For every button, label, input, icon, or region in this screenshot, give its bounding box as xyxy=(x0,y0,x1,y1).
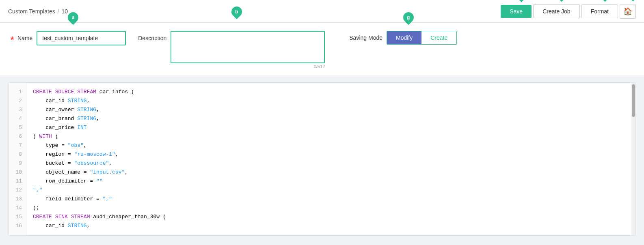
pin-c: c xyxy=(514,0,529,2)
description-wrapper: 0/512 xyxy=(171,31,325,69)
required-indicator: ★ xyxy=(10,35,15,41)
name-field-group: a ★ Name xyxy=(10,31,126,45)
code-line: car_price INT xyxy=(33,123,625,132)
code-line: ); xyxy=(33,204,625,213)
pin-d: d xyxy=(554,0,569,2)
name-input[interactable] xyxy=(37,31,126,45)
code-line: bucket = "obssource", xyxy=(33,159,625,168)
code-line: type = "obs", xyxy=(33,141,625,150)
code-line: "," xyxy=(33,186,625,195)
code-line: CREATE SINK STREAM audi_cheaper_than_30w… xyxy=(33,213,625,221)
description-field-group: b Description 0/512 xyxy=(138,31,325,69)
header: Custom Templates / 10 c Save d Create Jo… xyxy=(0,0,644,23)
header-actions: c Save d Create Job e Format f 🏠 xyxy=(501,4,636,19)
scrollbar[interactable] xyxy=(631,83,635,235)
code-content[interactable]: CREATE SOURCE STREAM car_infos ( car_id … xyxy=(26,83,631,235)
code-line: region = "ru-moscow-1", xyxy=(33,150,625,159)
line-number: 2 xyxy=(9,97,26,105)
line-number: 6 xyxy=(9,132,26,141)
line-number: 12 xyxy=(9,186,26,195)
line-numbers: 12345678910111213141516 xyxy=(9,83,26,235)
saving-mode-label: Saving Mode xyxy=(349,34,383,41)
line-number: 14 xyxy=(9,204,26,213)
code-line: ) WITH ( xyxy=(33,132,625,141)
breadcrumb: Custom Templates / 10 xyxy=(8,8,68,15)
name-label: ★ Name xyxy=(10,35,32,41)
description-char-count: 0/512 xyxy=(171,64,325,69)
line-number: 8 xyxy=(9,150,26,159)
description-input[interactable] xyxy=(171,31,325,63)
breadcrumb-section: Custom Templates xyxy=(8,8,55,15)
home-icon: 🏠 xyxy=(623,7,632,16)
description-label: Description xyxy=(138,35,166,41)
code-line: row_delimiter = "" xyxy=(33,177,625,186)
code-editor: 12345678910111213141516 CREATE SOURCE ST… xyxy=(8,82,636,236)
line-number: 13 xyxy=(9,195,26,204)
line-number: 5 xyxy=(9,123,26,132)
create-job-button[interactable]: Create Job xyxy=(533,4,579,18)
pin-f: f xyxy=(626,0,641,1)
code-line: CREATE SOURCE STREAM car_infos ( xyxy=(33,88,625,97)
breadcrumb-count: 10 xyxy=(62,8,68,15)
line-number: 7 xyxy=(9,141,26,150)
modify-button[interactable]: Modify xyxy=(387,31,421,44)
line-number: 15 xyxy=(9,213,26,221)
code-line: object_name = "input.csv", xyxy=(33,168,625,177)
line-number: 16 xyxy=(9,221,26,230)
code-line: car_owner STRING, xyxy=(33,105,625,114)
code-line: car_id STRING, xyxy=(33,221,625,230)
save-button[interactable]: Save xyxy=(501,5,532,18)
line-number: 11 xyxy=(9,177,26,186)
form-area: a ★ Name b Description 0/512 g Saving Mo… xyxy=(0,23,644,76)
breadcrumb-separator: / xyxy=(58,8,59,15)
line-number: 3 xyxy=(9,105,26,114)
code-line: car_id STRING, xyxy=(33,97,625,105)
scrollbar-thumb[interactable] xyxy=(632,84,635,117)
format-button[interactable]: Format xyxy=(581,4,618,18)
line-number: 1 xyxy=(9,88,26,97)
saving-mode-group: g Saving Mode Modify Create xyxy=(349,31,457,45)
code-line: car_brand STRING, xyxy=(33,114,625,123)
line-number: 10 xyxy=(9,168,26,177)
line-number: 4 xyxy=(9,114,26,123)
create-mode-button[interactable]: Create xyxy=(421,31,456,44)
saving-mode-toggle: Modify Create xyxy=(387,31,457,45)
line-number: 9 xyxy=(9,159,26,168)
pin-e: e xyxy=(597,0,612,2)
code-line: field_delimiter = "," xyxy=(33,195,625,204)
home-button[interactable]: 🏠 xyxy=(620,4,636,19)
